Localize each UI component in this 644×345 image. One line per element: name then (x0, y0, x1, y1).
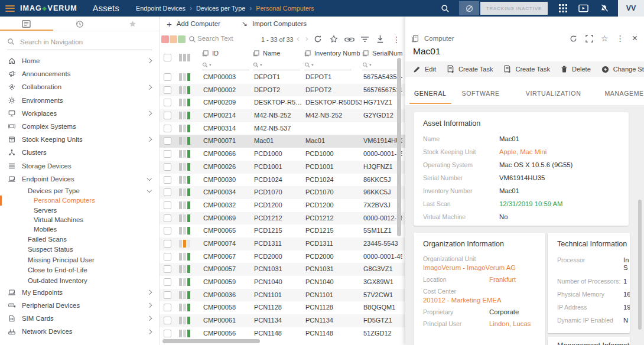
tab-general[interactable]: GENERAL (409, 84, 451, 104)
row-checkbox[interactable] (164, 227, 171, 235)
filter-name[interactable]: ▾ (253, 60, 300, 70)
delete-button[interactable]: Delete (561, 66, 591, 73)
table-row-cmp00067[interactable]: CMP00067PCD2000PCD20000000-0001-45 (160, 250, 405, 263)
column-header-inventory[interactable]: Inventory Number ... (304, 50, 360, 57)
create-task-button[interactable]: Create Task (447, 65, 493, 73)
sidebar-item-environments[interactable]: Environments (0, 94, 159, 107)
sidebar-item-suspect-status[interactable]: Suspect Status (0, 245, 159, 255)
sidebar-search-input[interactable] (20, 38, 138, 45)
row-checkbox[interactable] (164, 188, 171, 196)
tab-favorites[interactable] (106, 17, 159, 31)
row-checkbox[interactable] (164, 73, 171, 81)
row-checkbox[interactable] (164, 265, 171, 273)
table-row-cmp00034[interactable]: CMP00034PCD1070PCD107096KKC5J (160, 186, 405, 199)
sidebar-item-collaboration[interactable]: Collaboration (0, 80, 159, 93)
tracking-toggle-button[interactable] (459, 1, 479, 15)
sidebar-item-peripherial-devices[interactable]: Peripherial Devices (0, 299, 159, 312)
sidebar-item-mobiles[interactable]: Mobiles (0, 224, 159, 234)
page-prev-icon[interactable]: ‹ (297, 34, 300, 43)
field-value[interactable]: Apple, Mac Mini (499, 148, 547, 155)
table-row-cmp00069[interactable]: CMP00069PCD1212PCD12120000-0012-76 (160, 212, 405, 225)
row-checkbox[interactable] (164, 150, 171, 158)
table-row-cmp00059[interactable]: CMP00059PCN1040PCN10403GX89W1 (160, 276, 405, 289)
legend-chip-red[interactable] (161, 35, 169, 43)
row-checkbox[interactable] (164, 176, 171, 184)
sidebar-item-virtual-machines[interactable]: Virtual Machines (0, 215, 159, 224)
change-status-button[interactable]: Change Status (601, 66, 644, 73)
detail-scrollbar[interactable] (638, 200, 642, 330)
sidebar-item-close-to-end-of-life[interactable]: Close to End-of-Life (0, 265, 159, 276)
table-row-cmp00074[interactable]: CMP00074PCD1311PCD131123445-5543 (160, 237, 405, 250)
row-checkbox[interactable] (164, 112, 171, 119)
row-checkbox[interactable] (164, 201, 171, 209)
expand-icon[interactable] (586, 35, 593, 43)
page-next-icon[interactable]: › (305, 34, 308, 43)
sidebar-item-devices-per-type[interactable]: Devices per Type (0, 185, 159, 196)
table-row-cmp00026[interactable]: CMP00026PCD1001PCD1001HJQFNZ1 (160, 161, 405, 174)
sidebar-item-storage-devices[interactable]: Storage Devices (0, 160, 159, 172)
column-header-id[interactable]: ID (202, 50, 249, 57)
legend-chip-green[interactable] (178, 35, 186, 43)
sidebar-item-sim-cards[interactable]: SIM Cards (0, 312, 159, 325)
table-row-cmp00036[interactable]: CMP00036PCN1101PCN110157V2CW1 (160, 289, 405, 302)
sidebar-item-stock-keeping-units[interactable]: Stock Keeping Units (0, 133, 159, 146)
table-row-cmp00003[interactable]: CMP00003DEPOT1DEPOT15675A54356- (160, 71, 405, 84)
row-checkbox[interactable] (164, 86, 171, 94)
sidebar-item-out-dated-inventory[interactable]: Out-dated Inventory (0, 275, 159, 286)
sidebar-item-network-devices[interactable]: Network Devices (0, 325, 159, 338)
edit-button[interactable]: Edit (413, 66, 436, 73)
table-horizontal-scrollbar[interactable] (162, 339, 260, 343)
table-row-cmp00030[interactable]: CMP00030PCD1024PCD102486KKC5J (160, 174, 405, 187)
sidebar-item-missing-principal-user[interactable]: Missing Principal User (0, 255, 159, 265)
breadcrumb-item-personal-computers[interactable]: Personal Computers (256, 5, 314, 12)
column-header-serial[interactable]: SerialNumb (362, 50, 402, 57)
link-icon[interactable] (344, 36, 355, 43)
screencast-icon[interactable] (578, 4, 588, 12)
row-checkbox[interactable] (164, 214, 171, 222)
hamburger-menu-icon[interactable] (5, 5, 15, 12)
sidebar-item-complex-systems[interactable]: Complex Systems (0, 120, 159, 133)
table-row-cmp00214[interactable]: CMP00214M42-NB-252M42-NB-252G2YGD12 (160, 109, 405, 122)
table-row-cmp00058[interactable]: CMP00058PCN1128PCN1128B8QGQM1 (160, 301, 405, 314)
refresh-icon[interactable] (313, 34, 323, 44)
sidebar-item-endpoint-devices[interactable]: Endpoint Devices (0, 172, 159, 185)
select-all-checkbox[interactable] (164, 54, 171, 61)
search-icon[interactable] (441, 4, 450, 13)
row-checkbox[interactable] (164, 278, 171, 286)
breadcrumb-item-devices-per-type[interactable]: Devices per Type (196, 5, 245, 12)
legend-chip-orange[interactable] (170, 35, 177, 43)
download-icon[interactable] (376, 34, 385, 44)
sidebar-item-workplaces[interactable]: Workplaces (0, 107, 159, 120)
import-computers-button[interactable]: ↘ Import Computers (242, 20, 307, 27)
table-row-cmp00002[interactable]: CMP00002DEPOT2DEPOT256576567511 (160, 84, 405, 97)
tab-management[interactable]: MANAGEMENT (600, 84, 644, 104)
field-value[interactable]: Lindon, Lucas (489, 320, 531, 327)
row-checkbox[interactable] (164, 99, 171, 106)
tab-navigation-list[interactable] (0, 17, 53, 31)
sidebar-item-clusters[interactable]: Clusters (0, 146, 159, 159)
row-checkbox[interactable] (164, 137, 171, 145)
sidebar-item-my-endpoints[interactable]: My Endpoints (0, 286, 159, 299)
table-row-cmp00061[interactable]: CMP00061PCN1134PCN1134FD5GTZ1 (160, 314, 405, 327)
sidebar-item-announcements[interactable]: Announcements (0, 67, 159, 80)
row-checkbox[interactable] (164, 317, 171, 324)
row-checkbox[interactable] (164, 125, 171, 132)
apps-grid-icon[interactable] (559, 4, 567, 12)
status-column-header[interactable] (179, 54, 190, 61)
more-options-icon[interactable]: ⋮ (392, 35, 401, 44)
sidebar-item-personal-computers[interactable]: Personal Computers (0, 196, 159, 205)
table-row-cmp00065[interactable]: CMP00065PCD1215PCD12155SM1LZ1 (160, 224, 405, 237)
field-value[interactable]: Frankfurt (489, 276, 516, 283)
row-checkbox[interactable] (164, 163, 171, 171)
add-computer-button[interactable]: + Add Computer (167, 19, 220, 28)
column-header-name[interactable]: Name (253, 50, 300, 57)
refresh-icon[interactable] (569, 34, 578, 43)
user-avatar[interactable]: VV (618, 0, 644, 17)
table-row-cmp00314[interactable]: CMP00314M42-NB-537 (160, 122, 405, 135)
table-row-cmp00032[interactable]: CMP00032PCD1200PCD12007X2BV3J (160, 199, 405, 212)
row-checkbox[interactable] (164, 253, 171, 261)
table-vertical-scrollbar[interactable] (397, 58, 401, 236)
close-icon[interactable]: × (632, 34, 638, 43)
filter-serial[interactable]: ▾ (362, 60, 401, 70)
row-checkbox[interactable] (164, 304, 171, 311)
